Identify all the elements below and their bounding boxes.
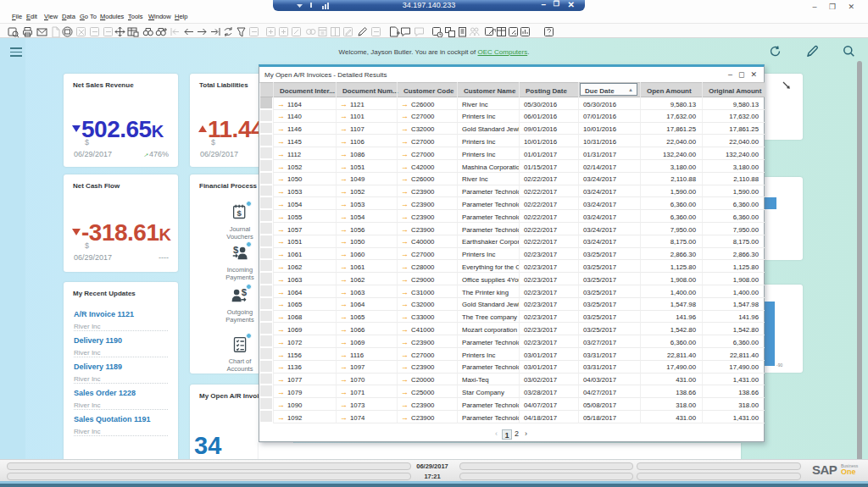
svg-text:$: $ [233,245,239,255]
svg-text:$: $ [236,208,242,218]
